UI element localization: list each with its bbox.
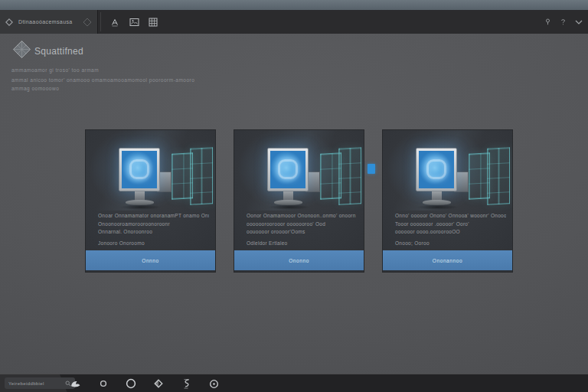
card-action-button[interactable]: Ononannoo bbox=[383, 250, 512, 270]
display-cards-row: Onoar Onnamamator onoranamPT onamo Onnam… bbox=[86, 130, 512, 272]
card-line: Odleldor Ertlaleo bbox=[247, 240, 358, 248]
card-line: Jonooro Onoroomo bbox=[98, 240, 209, 248]
monitor-bezel bbox=[267, 148, 309, 191]
pin-icon[interactable] bbox=[544, 18, 551, 25]
taskbar: Yeirebeiddbbiel bbox=[0, 374, 588, 392]
card-description: Oonor Onamamooor Ononoon..onmo' onoorn o… bbox=[247, 212, 358, 247]
card-description: Onoar Onnamamator onoranamPT onamo Onnam… bbox=[98, 212, 209, 247]
card-line: Onooo; Ooroo bbox=[395, 240, 506, 248]
monitor-bezel bbox=[119, 148, 160, 191]
window-titlebar: Dtinaaoóacemsausa bbox=[0, 10, 588, 34]
spiral-icon[interactable] bbox=[172, 374, 200, 392]
small-circle-icon[interactable] bbox=[90, 374, 117, 392]
card-line: Onoar Onnamamator onoranamPT onamo Onnam… bbox=[98, 212, 209, 220]
glow-ring bbox=[426, 159, 446, 179]
card-line: oouoooor oroooor'Ooms bbox=[247, 228, 358, 237]
card-description: Onno' ooooor Onono' Onnooa' wooonr' Onoo… bbox=[395, 212, 506, 247]
display-card-3[interactable]: Onno' ooooor Onono' Onnooa' wooonr' Onoo… bbox=[383, 130, 512, 272]
glow-ring bbox=[278, 159, 298, 179]
clock-icon[interactable] bbox=[200, 374, 227, 392]
card-line: ooooooroorooor ooooooroo' Ood bbox=[247, 220, 358, 229]
grid-icon[interactable] bbox=[147, 16, 159, 28]
desktop-top-edge bbox=[0, 0, 588, 10]
hologram-grid-panel bbox=[190, 147, 213, 205]
card-line: Onnarnal. Onoroonroo bbox=[98, 228, 209, 237]
desktop-screen: Dtinaaoóacemsausa bbox=[0, 0, 588, 392]
text-tool-icon[interactable] bbox=[109, 16, 121, 28]
circle-icon[interactable] bbox=[117, 374, 145, 392]
monitor-screen bbox=[270, 151, 305, 188]
monitor-shadow bbox=[120, 204, 161, 210]
card-line: oooooor oooo.ooroorooOO bbox=[395, 228, 506, 237]
search-text: Yeirebeiddbbiel bbox=[8, 381, 44, 386]
card-line: Oonor Onamamooor Ononoon..onmo' onoorn bbox=[247, 212, 358, 220]
header-subtitle-line-2: ammal anicoo tomor' onamooo omamoamooamo… bbox=[11, 77, 194, 83]
card-line: Onno' ooooor Onono' Onnooa' wooonr' Onoo… bbox=[395, 212, 506, 220]
diamond-app-icon[interactable] bbox=[145, 374, 172, 392]
blue-indicator-chip bbox=[368, 164, 375, 174]
monitor-screen bbox=[122, 151, 157, 188]
hologram-grid-panel bbox=[487, 147, 510, 205]
tab-label: Dtinaaoóacemsausa bbox=[18, 19, 77, 24]
taskbar-app-icons bbox=[62, 374, 227, 392]
monitor-illustration bbox=[383, 130, 512, 211]
help-icon[interactable] bbox=[560, 18, 567, 25]
card-action-button[interactable]: Ononno bbox=[234, 250, 364, 270]
display-card-2[interactable]: Oonor Onamamooor Ononoon..onmo' onoorn o… bbox=[234, 130, 364, 272]
monitor-screen bbox=[419, 151, 454, 188]
monitor-shadow bbox=[269, 204, 309, 210]
hologram-grid-panel bbox=[338, 147, 361, 205]
monitor-illustration bbox=[86, 130, 215, 211]
start-logo-icon[interactable] bbox=[62, 374, 90, 392]
monitor-bezel bbox=[416, 148, 457, 191]
display-card-1[interactable]: Onoar Onnamamator onoranamPT onamo Onnam… bbox=[86, 130, 215, 272]
header-subtitle-line-1: ammamoamor gi troso' too armam bbox=[11, 67, 99, 73]
monitor-shadow bbox=[417, 204, 458, 210]
titlebar-right-controls bbox=[544, 10, 583, 34]
glow-ring bbox=[129, 159, 149, 179]
image-icon[interactable] bbox=[128, 16, 140, 28]
gem-icon bbox=[12, 40, 31, 59]
header-subtitle-line-3: ammag oomooowo bbox=[11, 86, 59, 91]
titlebar-toolbar bbox=[109, 10, 159, 34]
titlebar-separator bbox=[100, 12, 101, 31]
window-tab[interactable]: Dtinaaoóacemsausa bbox=[0, 10, 98, 34]
diamond-icon bbox=[5, 18, 13, 26]
chevron-down-icon[interactable] bbox=[575, 20, 583, 24]
diamond-ghost-icon bbox=[83, 18, 92, 27]
card-line: Onoonooroamorooroonoroonr bbox=[98, 220, 209, 229]
app-main-area: Squattifned ammamoamor gi troso' too arm… bbox=[0, 34, 588, 374]
card-line: Tooor ooooooor .ooooor' Ooro' bbox=[395, 220, 506, 229]
monitor-illustration bbox=[234, 130, 364, 211]
page-title: Squattifned bbox=[34, 46, 83, 57]
card-action-button[interactable]: Onnno bbox=[86, 250, 215, 270]
